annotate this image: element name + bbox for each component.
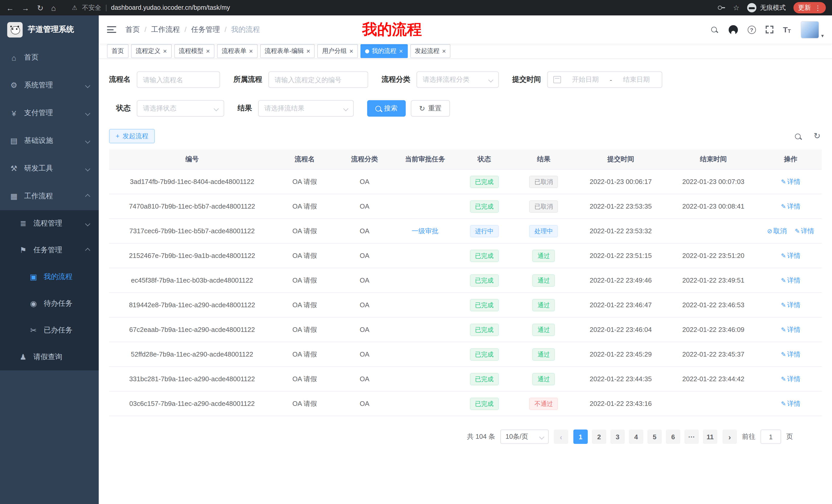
view-tab[interactable]: 流程表单-编辑 × [260, 44, 315, 58]
breadcrumb-item[interactable]: 工作流程 [140, 25, 180, 34]
prev-page-button[interactable]: ‹ [554, 429, 568, 444]
status-badge: 已完成 [470, 299, 498, 311]
page-button[interactable]: 5 [647, 429, 662, 444]
close-icon[interactable]: × [206, 48, 210, 54]
view-tab[interactable]: 用户分组 × [317, 44, 358, 58]
view-tab[interactable]: 流程定义 × [131, 44, 172, 58]
page-button[interactable]: 11 [703, 429, 717, 444]
close-icon[interactable]: × [163, 48, 167, 54]
browser-home-icon[interactable]: ⌂ [51, 4, 56, 11]
url-text[interactable]: dashboard.yudao.iocoder.cn/bpm/task/my [111, 4, 230, 11]
detail-link[interactable]: ✎详情 [781, 326, 800, 333]
cell-category: OA [334, 268, 395, 292]
hide-search-icon[interactable] [793, 132, 802, 141]
detail-link[interactable]: ✎详情 [781, 399, 800, 407]
detail-link[interactable]: ✎详情 [781, 350, 800, 358]
page-button[interactable]: 3 [610, 429, 625, 444]
forward-icon[interactable]: → [22, 4, 29, 11]
page-button[interactable]: 2 [592, 429, 606, 444]
avatar[interactable] [801, 21, 819, 38]
detail-link[interactable]: ✎详情 [781, 301, 800, 309]
sidebar-item[interactable]: ¥ 支付管理 [0, 99, 99, 127]
key-icon[interactable] [718, 6, 725, 10]
table-refresh-icon[interactable]: ↻ [812, 132, 822, 141]
submit-time-range-picker[interactable]: 开始日期 - 结束日期 [547, 72, 662, 88]
close-icon[interactable]: × [442, 48, 446, 54]
process-name-input[interactable] [137, 72, 220, 88]
end-date-placeholder[interactable]: 结束日期 [617, 75, 656, 84]
sidebar-item[interactable]: ⚙ 系统管理 [0, 72, 99, 99]
category-select[interactable]: 请选择流程分类 [417, 72, 499, 88]
browser-menu-icon[interactable]: ⋮ [814, 4, 821, 11]
table-row: 03c6c157-7b9a-11ec-a290-acde48001122 OA … [109, 391, 822, 416]
cancel-link[interactable]: ⊘取消 [767, 227, 788, 234]
incognito-profile[interactable]: 无痕模式 [747, 3, 786, 12]
breadcrumb-item[interactable]: 首页 [126, 25, 140, 34]
security-label[interactable]: 不安全 [82, 3, 101, 12]
github-icon[interactable] [728, 25, 738, 34]
breadcrumb-item[interactable]: 任务管理 [180, 25, 220, 34]
detail-link[interactable]: ✎详情 [781, 375, 800, 383]
page-size-value: 10条/页 [505, 432, 528, 441]
search-button[interactable]: 搜索 [367, 100, 406, 117]
current-task-link[interactable]: 一级审批 [412, 227, 438, 234]
view-tab[interactable]: 我的流程 × [361, 44, 408, 58]
sidebar-item[interactable]: ⚒ 研发工具 [0, 155, 99, 183]
dev-tools-icon: ⚒ [9, 164, 19, 173]
user-menu[interactable]: ▾ [801, 21, 824, 38]
font-size-icon[interactable]: T T [783, 25, 791, 34]
result-select[interactable]: 请选择流结果 [258, 100, 354, 117]
reset-button[interactable]: ↻ 重置 [411, 100, 450, 117]
sidebar-item[interactable]: ▤ 基础设施 [0, 127, 99, 155]
bookmark-star-icon[interactable]: ☆ [733, 4, 739, 12]
detail-link[interactable]: ✎详情 [781, 202, 800, 210]
sidebar-item[interactable]: ▦ 工作流程 [0, 183, 99, 210]
start-date-placeholder[interactable]: 开始日期 [566, 75, 605, 84]
sidebar-item[interactable]: ⌂ 首页 [0, 44, 99, 72]
search-icon[interactable] [709, 25, 719, 34]
breadcrumb-item[interactable]: 我的流程 [220, 25, 260, 34]
page-button[interactable]: 6 [666, 429, 680, 444]
fullscreen-icon[interactable] [765, 26, 773, 33]
address-bar[interactable]: ⚠ 不安全 dashboard.yudao.iocoder.cn/bpm/tas… [72, 3, 710, 12]
view-tab[interactable]: 流程表单 × [217, 44, 257, 58]
page-size-select[interactable]: 10条/页 [500, 429, 549, 444]
page-button[interactable]: 1 [573, 429, 588, 444]
back-icon[interactable]: ← [6, 4, 14, 11]
next-page-button[interactable]: › [723, 429, 737, 444]
view-tab[interactable]: 首页 [107, 44, 129, 58]
close-icon[interactable]: × [399, 48, 403, 54]
sidebar-item[interactable]: ▣ 我的流程 [0, 263, 99, 290]
cell-status: 已完成 [455, 317, 513, 342]
detail-link[interactable]: ✎详情 [781, 251, 800, 259]
detail-link[interactable]: ✎详情 [795, 227, 814, 234]
close-icon[interactable]: × [307, 48, 310, 54]
page-button[interactable]: ··· [684, 429, 699, 444]
status-select[interactable]: 请选择状态 [137, 100, 224, 117]
help-icon[interactable]: ? [747, 25, 756, 34]
view-tab[interactable]: 流程模型 × [174, 44, 214, 58]
cell-process-name: OA 请假 [275, 292, 334, 317]
logo-row[interactable]: 芋道管理系统 [0, 16, 99, 44]
sidebar-item[interactable]: ◉ 待办任务 [0, 290, 99, 317]
process-def-input[interactable] [268, 72, 368, 88]
sidebar-item[interactable]: ♟ 请假查询 [0, 344, 99, 370]
close-icon[interactable]: × [349, 48, 353, 54]
page-button[interactable]: 4 [629, 429, 643, 444]
sidebar-item[interactable]: ≣ 流程管理 [0, 210, 99, 237]
view-tab[interactable]: 发起流程 × [410, 44, 450, 58]
edit-icon: ✎ [781, 203, 786, 210]
goto-page-input[interactable] [760, 429, 781, 444]
detail-link[interactable]: ✎详情 [781, 177, 800, 185]
browser-update-button[interactable]: 更新 ⋮ [794, 2, 826, 13]
table-row: 7470a810-7b9b-11ec-b5b7-acde48001122 OA … [109, 194, 822, 219]
sidebar-toggle-icon[interactable] [107, 26, 116, 33]
create-process-button[interactable]: + 发起流程 [109, 129, 155, 143]
close-icon[interactable]: × [249, 48, 253, 54]
cell-process-name: OA 请假 [275, 243, 334, 268]
detail-link[interactable]: ✎详情 [781, 276, 800, 284]
reload-icon[interactable]: ↻ [37, 4, 44, 11]
cell-result: 不通过 [513, 391, 574, 416]
sidebar-item[interactable]: ⚑ 任务管理 [0, 237, 99, 263]
sidebar-item[interactable]: ✂ 已办任务 [0, 317, 99, 344]
